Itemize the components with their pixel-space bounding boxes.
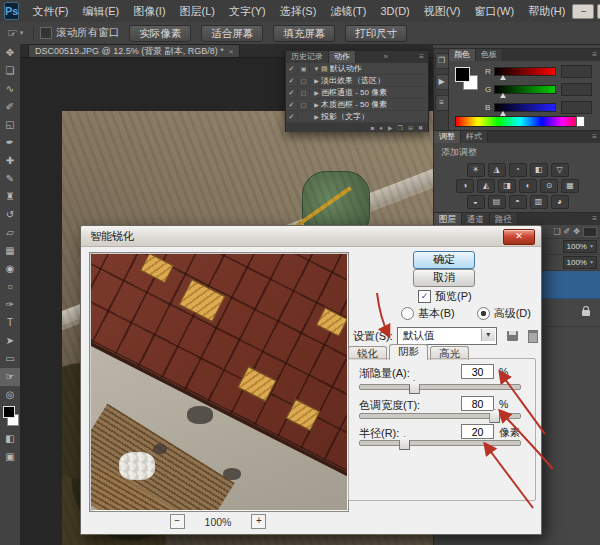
green-slider[interactable] <box>494 85 556 94</box>
action-row[interactable]: ✓ ▢ ▶ 木质画框 - 50 像素 <box>286 99 428 111</box>
preview-image[interactable] <box>91 254 347 510</box>
red-value-field[interactable] <box>561 65 592 78</box>
healing-brush-tool-icon[interactable]: ✚ <box>0 152 20 170</box>
delete-icon[interactable]: ✖ <box>418 124 423 131</box>
blue-value-field[interactable] <box>561 101 592 114</box>
path-selection-tool-icon[interactable]: ➤ <box>0 332 20 350</box>
hue-saturation-icon[interactable]: ◑ <box>456 179 474 193</box>
expand-icon[interactable]: ▶ <box>312 89 321 96</box>
panel-menu-icon[interactable]: ≡ <box>588 49 600 61</box>
menu-view[interactable]: 视图(V) <box>417 0 468 22</box>
dialog-toggle-icon[interactable]: ▢ <box>298 89 310 96</box>
eraser-tool-icon[interactable]: ▱ <box>0 224 20 242</box>
red-slider[interactable] <box>494 67 556 76</box>
gradient-map-icon[interactable]: ▥ <box>530 195 548 209</box>
fade-amount-slider[interactable] <box>359 384 521 390</box>
move-tool-icon[interactable]: ✥ <box>0 44 20 62</box>
tab-paths[interactable]: 路径 <box>490 213 518 225</box>
color-spectrum-bar[interactable] <box>455 116 585 127</box>
slider-thumb[interactable] <box>500 93 506 98</box>
invert-icon[interactable]: ◒ <box>467 195 485 209</box>
save-settings-icon[interactable] <box>507 331 518 341</box>
dialog-title-bar[interactable]: 智能锐化 ✕ <box>81 226 541 247</box>
tonal-width-slider[interactable] <box>359 413 521 419</box>
photo-filter-icon[interactable]: ◐ <box>519 179 537 193</box>
filter-toggle[interactable] <box>583 227 597 237</box>
check-icon[interactable]: ✓ <box>286 65 298 73</box>
history-panel-icon[interactable]: ❐ <box>435 53 449 69</box>
expand-icon[interactable]: ▶ <box>312 101 321 108</box>
close-icon[interactable]: × <box>229 47 234 56</box>
print-size-button[interactable]: 打印尺寸 <box>345 25 407 42</box>
zoom-in-button[interactable]: + <box>251 514 266 529</box>
fade-amount-field[interactable] <box>461 364 494 379</box>
lasso-tool-icon[interactable]: ∿ <box>0 80 20 98</box>
levels-icon[interactable]: ◮ <box>488 163 506 177</box>
foreground-color-swatch[interactable] <box>3 406 15 418</box>
filter-adjustment-icon[interactable]: ✐ <box>564 227 571 236</box>
menu-image[interactable]: 图像(I) <box>126 0 172 22</box>
filter-pixel-icon[interactable]: ❑ <box>553 227 560 236</box>
threshold-icon[interactable]: ◓ <box>509 195 527 209</box>
posterize-icon[interactable]: ▤ <box>488 195 506 209</box>
zoom-out-button[interactable]: − <box>170 514 185 529</box>
properties-panel-icon[interactable]: ≡ <box>435 95 449 111</box>
slider-thumb[interactable] <box>500 111 506 116</box>
dialog-toggle-icon[interactable]: ▢ <box>298 101 310 108</box>
check-icon[interactable]: ✓ <box>286 89 298 97</box>
action-row[interactable]: ✓ ▣ ▼ ▤ 默认动作 <box>286 63 428 75</box>
quick-mask-icon[interactable]: ◧ <box>0 430 20 448</box>
action-row[interactable]: ✓ ▢ ▶ 淡出效果（选区） <box>286 75 428 87</box>
play-icon[interactable]: ▶ <box>388 124 393 131</box>
slider-thumb[interactable] <box>489 409 500 423</box>
zoom-tool-icon[interactable]: ◎ <box>0 386 20 404</box>
tab-color[interactable]: 颜色 <box>449 49 476 61</box>
black-white-icon[interactable]: ◨ <box>498 179 516 193</box>
type-tool-icon[interactable]: T <box>0 314 20 332</box>
slider-thumb[interactable] <box>399 436 410 450</box>
new-action-icon[interactable]: ⊞ <box>408 124 413 131</box>
menu-3d[interactable]: 3D(D) <box>373 0 416 22</box>
dialog-close-button[interactable]: ✕ <box>503 229 535 245</box>
green-value-field[interactable] <box>561 83 592 96</box>
color-balance-icon[interactable]: ◭ <box>477 179 495 193</box>
marquee-tool-icon[interactable]: ❏ <box>0 62 20 80</box>
collapse-icon[interactable]: » <box>379 51 391 63</box>
tab-swatches[interactable]: 色板 <box>476 49 503 61</box>
expand-icon[interactable]: ▶ <box>312 113 321 120</box>
chevron-down-icon[interactable]: ▾ <box>590 241 593 252</box>
expand-icon[interactable]: ▼ <box>312 66 321 72</box>
quick-selection-tool-icon[interactable]: ✐ <box>0 98 20 116</box>
slider-thumb[interactable] <box>409 380 420 394</box>
radius-slider[interactable] <box>359 440 521 446</box>
channel-mixer-icon[interactable]: ⊙ <box>540 179 558 193</box>
fill-value[interactable]: 100%▾ <box>563 256 597 269</box>
tab-actions[interactable]: 动作 <box>329 51 356 63</box>
history-brush-tool-icon[interactable]: ↺ <box>0 206 20 224</box>
blur-tool-icon[interactable]: ◉ <box>0 260 20 278</box>
exposure-icon[interactable]: ◧ <box>530 163 548 177</box>
brush-tool-icon[interactable]: ✎ <box>0 170 20 188</box>
tab-layers[interactable]: 图层 <box>434 213 462 225</box>
cancel-button[interactable]: 取消 <box>413 269 475 287</box>
new-set-icon[interactable]: ❐ <box>398 124 403 131</box>
panel-menu-icon[interactable]: ≡ <box>588 131 600 143</box>
tab-history[interactable]: 历史记录 <box>286 51 329 63</box>
dialog-toggle-icon[interactable]: ▢ <box>298 77 310 84</box>
hand-tool-icon[interactable]: ☞ <box>0 368 20 386</box>
menu-select[interactable]: 选择(S) <box>273 0 324 22</box>
menu-layer[interactable]: 图层(L) <box>173 0 222 22</box>
tab-styles[interactable]: 样式 <box>461 131 488 143</box>
chevron-down-icon[interactable]: ▾ <box>590 257 593 268</box>
chevron-down-icon[interactable]: ▾ <box>481 329 495 341</box>
basic-radio[interactable] <box>401 307 414 320</box>
fit-screen-button[interactable]: 适合屏幕 <box>201 25 263 42</box>
foreground-color-swatch[interactable] <box>455 67 470 82</box>
radius-field[interactable] <box>461 424 494 439</box>
panel-menu-icon[interactable]: ≡ <box>415 51 428 63</box>
menu-filter[interactable]: 滤镜(T) <box>323 0 373 22</box>
advanced-radio[interactable] <box>477 307 490 320</box>
delete-settings-icon[interactable] <box>528 330 538 343</box>
pen-tool-icon[interactable]: ✑ <box>0 296 20 314</box>
ok-button[interactable]: 确定 <box>413 251 475 269</box>
